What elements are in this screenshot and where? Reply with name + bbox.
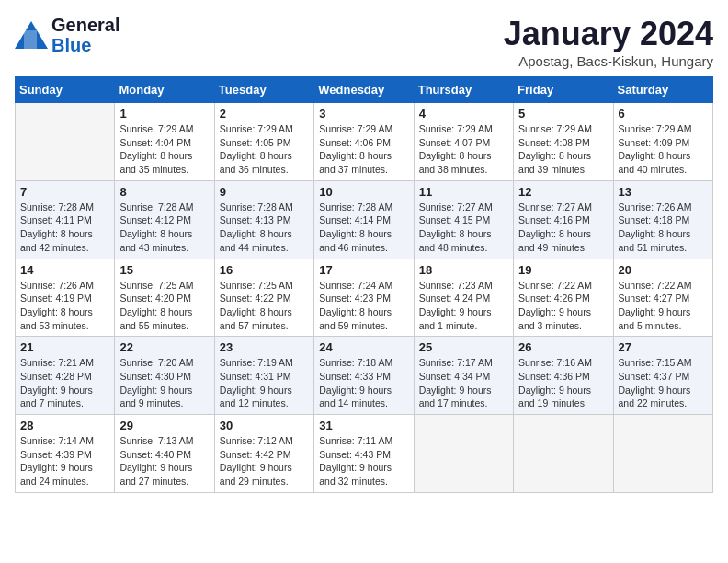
sunset-label: Sunset: <box>220 137 253 148</box>
cell-info: Sunrise: 7:20 AMSunset: 4:30 PMDaylight:… <box>119 356 209 410</box>
sunset-time: 4:26 PM <box>554 293 590 304</box>
calendar-cell <box>414 415 513 493</box>
header-sunday: Sunday <box>16 77 115 103</box>
sunset-time: 4:13 PM <box>255 214 290 225</box>
daylight-label: Daylight: <box>220 228 257 239</box>
sunrise-time: 7:18 AM <box>358 357 393 368</box>
cell-info: Sunrise: 7:12 AMSunset: 4:42 PMDaylight:… <box>220 434 309 488</box>
sunrise-time: 7:28 AM <box>358 201 393 213</box>
sunset-label: Sunset: <box>319 137 352 148</box>
sunset-time: 4:07 PM <box>454 137 490 148</box>
day-number: 10 <box>319 185 408 199</box>
daylight-label: Daylight: <box>119 150 157 161</box>
logo-general: General <box>51 15 119 35</box>
header-friday: Friday <box>514 77 613 103</box>
daylight-label: Daylight: <box>319 385 357 396</box>
calendar-cell <box>613 415 712 493</box>
sunrise-time: 7:25 AM <box>158 280 194 291</box>
sunset-label: Sunset: <box>220 293 253 304</box>
cell-info: Sunrise: 7:14 AMSunset: 4:39 PMDaylight:… <box>20 434 109 488</box>
sunset-label: Sunset: <box>518 293 552 304</box>
sunrise-time: 7:26 AM <box>58 280 94 291</box>
sunrise-label: Sunrise: <box>220 357 256 368</box>
sunset-label: Sunset: <box>419 293 452 304</box>
calendar-cell: 18Sunrise: 7:23 AMSunset: 4:24 PMDayligh… <box>414 259 513 337</box>
calendar-cell <box>16 103 115 181</box>
sunset-time: 4:08 PM <box>554 137 590 148</box>
daylight-label: Daylight: <box>518 306 556 317</box>
title-block: January 2024 Apostag, Bacs-Kiskun, Hunga… <box>504 15 713 69</box>
calendar-cell: 15Sunrise: 7:25 AMSunset: 4:20 PMDayligh… <box>115 259 214 337</box>
sunrise-label: Sunrise: <box>220 201 256 213</box>
calendar-cell: 7Sunrise: 7:28 AMSunset: 4:11 PMDaylight… <box>16 180 115 259</box>
sunrise-time: 7:15 AM <box>656 357 692 368</box>
day-number: 8 <box>119 185 209 199</box>
sunset-time: 4:18 PM <box>654 214 689 225</box>
sunset-label: Sunset: <box>20 214 53 225</box>
sunrise-label: Sunrise: <box>319 435 355 446</box>
header-tuesday: Tuesday <box>214 77 313 103</box>
day-number: 17 <box>319 263 408 277</box>
calendar-cell: 19Sunrise: 7:22 AMSunset: 4:26 PMDayligh… <box>514 259 613 337</box>
daylight-label: Daylight: <box>518 150 556 161</box>
cell-info: Sunrise: 7:29 AMSunset: 4:08 PMDaylight:… <box>518 122 608 177</box>
day-number: 23 <box>220 340 309 354</box>
sunrise-label: Sunrise: <box>20 280 56 291</box>
sunrise-time: 7:24 AM <box>358 280 393 291</box>
sunset-time: 4:36 PM <box>554 371 590 382</box>
sunset-time: 4:09 PM <box>654 137 689 148</box>
sunrise-time: 7:26 AM <box>656 201 692 213</box>
sunset-label: Sunset: <box>419 137 452 148</box>
sunset-label: Sunset: <box>119 214 153 225</box>
day-number: 9 <box>220 185 309 199</box>
cell-info: Sunrise: 7:26 AMSunset: 4:18 PMDaylight:… <box>619 201 708 255</box>
sunrise-time: 7:29 AM <box>358 123 393 134</box>
sunset-label: Sunset: <box>319 371 352 382</box>
day-number: 7 <box>20 185 109 199</box>
calendar-cell: 1Sunrise: 7:29 AMSunset: 4:04 PMDaylight… <box>115 103 214 181</box>
sunset-label: Sunset: <box>518 214 552 225</box>
day-number: 22 <box>119 340 209 354</box>
sunset-time: 4:30 PM <box>155 371 191 382</box>
sunrise-time: 7:21 AM <box>58 357 94 368</box>
sunset-time: 4:20 PM <box>155 293 191 304</box>
sunrise-time: 7:11 AM <box>358 435 393 446</box>
sunrise-label: Sunrise: <box>319 280 355 291</box>
calendar-cell: 28Sunrise: 7:14 AMSunset: 4:39 PMDayligh… <box>16 415 115 493</box>
header-thursday: Thursday <box>414 77 513 103</box>
day-number: 18 <box>419 263 508 277</box>
cell-info: Sunrise: 7:22 AMSunset: 4:26 PMDaylight:… <box>518 279 608 333</box>
sunrise-time: 7:29 AM <box>656 123 692 134</box>
cell-info: Sunrise: 7:29 AMSunset: 4:09 PMDaylight:… <box>619 122 708 177</box>
cell-info: Sunrise: 7:28 AMSunset: 4:11 PMDaylight:… <box>20 201 109 255</box>
cell-info: Sunrise: 7:18 AMSunset: 4:33 PMDaylight:… <box>319 356 408 410</box>
calendar-cell: 20Sunrise: 7:22 AMSunset: 4:27 PMDayligh… <box>613 259 712 337</box>
sunset-label: Sunset: <box>220 449 253 460</box>
sunrise-time: 7:28 AM <box>58 201 94 213</box>
sunset-label: Sunset: <box>119 449 153 460</box>
sunrise-time: 7:29 AM <box>457 123 493 134</box>
calendar-cell: 5Sunrise: 7:29 AMSunset: 4:08 PMDaylight… <box>514 103 613 181</box>
cell-info: Sunrise: 7:28 AMSunset: 4:12 PMDaylight:… <box>119 201 209 255</box>
day-number: 28 <box>20 419 109 432</box>
daylight-label: Daylight: <box>220 306 257 317</box>
calendar-week-row: 14Sunrise: 7:26 AMSunset: 4:19 PMDayligh… <box>16 259 713 337</box>
calendar-cell: 26Sunrise: 7:16 AMSunset: 4:36 PMDayligh… <box>514 337 613 415</box>
sunset-time: 4:19 PM <box>56 293 92 304</box>
day-number: 31 <box>319 419 408 432</box>
sunrise-time: 7:22 AM <box>557 280 593 291</box>
sunrise-label: Sunrise: <box>220 435 256 446</box>
calendar-cell: 25Sunrise: 7:17 AMSunset: 4:34 PMDayligh… <box>414 337 513 415</box>
sunrise-time: 7:20 AM <box>158 357 194 368</box>
day-number: 25 <box>419 340 508 354</box>
day-number: 29 <box>119 419 209 432</box>
sunrise-label: Sunrise: <box>119 357 155 368</box>
daylight-label: Daylight: <box>619 228 656 239</box>
day-number: 3 <box>319 107 408 121</box>
day-number: 13 <box>619 185 708 199</box>
daylight-label: Daylight: <box>220 385 257 396</box>
sunrise-label: Sunrise: <box>20 201 56 213</box>
calendar-cell: 12Sunrise: 7:27 AMSunset: 4:16 PMDayligh… <box>514 180 613 259</box>
sunset-time: 4:05 PM <box>255 137 290 148</box>
sunset-label: Sunset: <box>619 293 652 304</box>
